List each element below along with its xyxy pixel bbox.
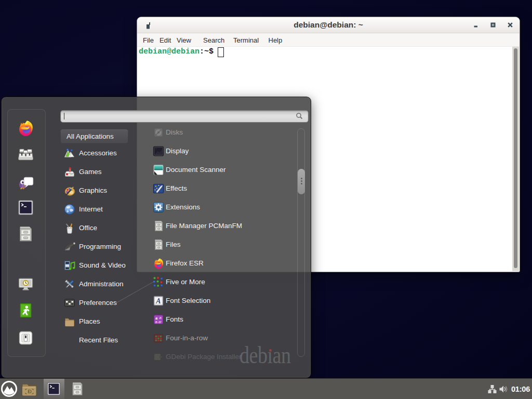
svg-text:a: a	[155, 320, 158, 324]
svg-text:a·: a·	[158, 319, 162, 324]
svg-text:A: A	[155, 297, 161, 305]
